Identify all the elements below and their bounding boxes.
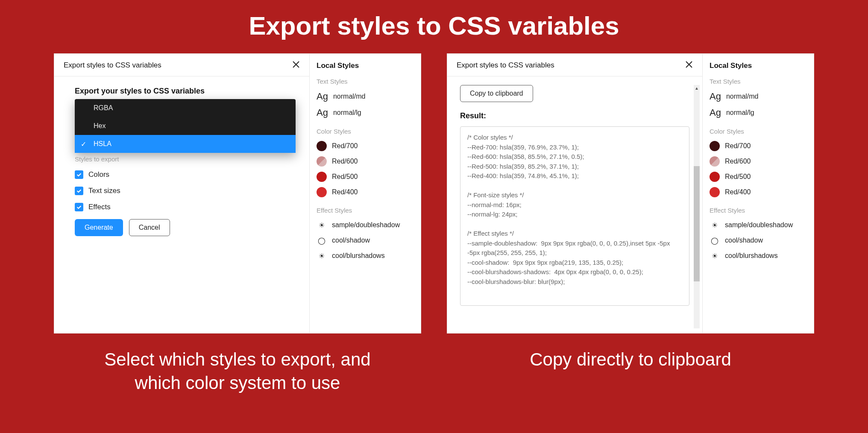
text-style-label: normal/md xyxy=(726,93,759,100)
styles-to-export-label: Styles to export xyxy=(75,155,296,163)
color-style-item[interactable]: Red/400 xyxy=(710,184,807,200)
close-icon xyxy=(685,61,693,68)
close-button[interactable] xyxy=(292,61,300,70)
checkbox-label: Colors xyxy=(88,170,109,179)
text-style-label: normal/md xyxy=(333,93,366,100)
color-style-label: Red/700 xyxy=(725,142,751,150)
dropdown-option-hsla[interactable]: ✓ HSLA xyxy=(75,135,296,153)
caption-left: Select which styles to export, and which… xyxy=(79,348,396,395)
text-style-label: normal/lg xyxy=(333,109,361,117)
checkbox-label: Effects xyxy=(88,203,111,211)
text-styles-heading: Text Styles xyxy=(317,78,414,85)
color-swatch-icon xyxy=(317,156,327,167)
scroll-up-icon[interactable]: ▲ xyxy=(694,85,700,91)
text-style-item[interactable]: Agnormal/lg xyxy=(317,105,414,121)
text-style-item[interactable]: Agnormal/md xyxy=(710,88,807,105)
check-icon xyxy=(75,203,83,211)
local-styles-panel: Local Styles Text Styles Agnormal/md Agn… xyxy=(310,54,421,333)
color-style-label: Red/400 xyxy=(332,188,358,196)
checkbox-effects[interactable]: Effects xyxy=(75,203,296,211)
text-sample-icon: Ag xyxy=(317,107,328,118)
effect-style-item[interactable]: ☀sample/doubleshadow xyxy=(317,217,414,233)
effect-style-item[interactable]: ◯cool/shadow xyxy=(317,233,414,248)
modal-header: Export styles to CSS variables xyxy=(447,54,702,76)
local-styles-title: Local Styles xyxy=(710,61,807,70)
color-style-label: Red/600 xyxy=(332,158,358,165)
color-style-item[interactable]: Red/500 xyxy=(317,169,414,184)
text-style-label: normal/lg xyxy=(726,109,754,117)
text-sample-icon: Ag xyxy=(710,91,721,102)
text-style-item[interactable]: Agnormal/lg xyxy=(710,105,807,121)
modal-panel: Export styles to CSS variables Export yo… xyxy=(54,54,310,333)
copy-to-clipboard-button[interactable]: Copy to clipboard xyxy=(460,85,533,102)
result-code[interactable]: /* Color styles */ --Red-700: hsla(359, … xyxy=(460,126,689,306)
effect-style-item[interactable]: ☀cool/blurshadows xyxy=(710,248,807,263)
check-icon xyxy=(75,187,83,195)
color-style-item[interactable]: Red/600 xyxy=(317,154,414,169)
close-icon xyxy=(292,61,300,68)
check-icon: ✓ xyxy=(81,140,86,148)
color-style-item[interactable]: Red/700 xyxy=(710,138,807,154)
color-style-label: Red/600 xyxy=(725,158,751,165)
modal-title: Export styles to CSS variables xyxy=(64,61,161,70)
local-styles-panel: Local Styles Text Styles Agnormal/md Agn… xyxy=(703,54,814,333)
checkbox-text-sizes[interactable]: Text sizes xyxy=(75,187,296,195)
effect-style-label: cool/shadow xyxy=(725,237,763,244)
modal-header: Export styles to CSS variables xyxy=(54,54,309,76)
effect-style-label: cool/shadow xyxy=(332,237,370,244)
color-swatch-icon xyxy=(317,172,327,182)
effect-style-item[interactable]: ◯cool/shadow xyxy=(710,233,807,248)
modal-panel: Export styles to CSS variables Copy to c… xyxy=(447,54,703,333)
text-styles-heading: Text Styles xyxy=(710,78,807,85)
color-style-item[interactable]: Red/700 xyxy=(317,138,414,154)
color-styles-heading: Color Styles xyxy=(710,128,807,135)
dropdown-option-rgba[interactable]: RGBA xyxy=(75,99,296,117)
color-styles-heading: Color Styles xyxy=(317,128,414,135)
sun-icon: ☀ xyxy=(317,220,327,230)
screenshot-right: Export styles to CSS variables Copy to c… xyxy=(447,53,814,334)
color-swatch-icon xyxy=(710,187,720,197)
check-icon xyxy=(75,170,83,179)
effect-style-label: cool/blurshadows xyxy=(332,252,385,260)
effect-style-item[interactable]: ☀cool/blurshadows xyxy=(317,248,414,263)
scrollbar-thumb[interactable] xyxy=(694,166,700,281)
color-swatch-icon xyxy=(710,156,720,167)
color-swatch-icon xyxy=(317,187,327,197)
effect-styles-heading: Effect Styles xyxy=(710,207,807,214)
modal-subtitle: Export your styles to CSS variables xyxy=(75,87,296,96)
effect-style-label: sample/doubleshadow xyxy=(332,221,400,229)
color-swatch-icon xyxy=(710,172,720,182)
sun-icon: ☀ xyxy=(710,251,720,261)
circle-icon: ◯ xyxy=(710,235,720,246)
checkbox-colors[interactable]: Colors xyxy=(75,170,296,179)
generate-button[interactable]: Generate xyxy=(75,219,123,236)
color-style-label: Red/700 xyxy=(332,142,358,150)
result-label: Result: xyxy=(460,111,689,120)
effect-styles-heading: Effect Styles xyxy=(317,207,414,214)
color-swatch-icon xyxy=(710,141,720,151)
sun-icon: ☀ xyxy=(317,251,327,261)
cancel-button[interactable]: Cancel xyxy=(129,219,170,236)
circle-icon: ◯ xyxy=(317,235,327,246)
color-style-item[interactable]: Red/400 xyxy=(317,184,414,200)
color-style-label: Red/400 xyxy=(725,188,751,196)
color-system-dropdown: RGBA Hex ✓ HSLA xyxy=(75,99,296,153)
dropdown-option-label: HSLA xyxy=(94,140,111,147)
text-sample-icon: Ag xyxy=(317,91,328,102)
color-style-label: Red/500 xyxy=(332,173,358,181)
effect-style-label: cool/blurshadows xyxy=(725,252,778,260)
scrollbar-track[interactable]: ▲ xyxy=(694,85,700,328)
text-sample-icon: Ag xyxy=(710,107,721,118)
close-button[interactable] xyxy=(685,61,693,70)
color-style-item[interactable]: Red/600 xyxy=(710,154,807,169)
effect-style-item[interactable]: ☀sample/doubleshadow xyxy=(710,217,807,233)
caption-right: Copy directly to clipboard xyxy=(530,348,731,372)
checkbox-label: Text sizes xyxy=(88,187,120,195)
dropdown-option-hex[interactable]: Hex xyxy=(75,117,296,135)
color-style-item[interactable]: Red/500 xyxy=(710,169,807,184)
text-style-item[interactable]: Agnormal/md xyxy=(317,88,414,105)
color-swatch-icon xyxy=(317,141,327,151)
local-styles-title: Local Styles xyxy=(317,61,414,70)
page-title: Export styles to CSS variables xyxy=(0,0,868,53)
sun-icon: ☀ xyxy=(710,220,720,230)
